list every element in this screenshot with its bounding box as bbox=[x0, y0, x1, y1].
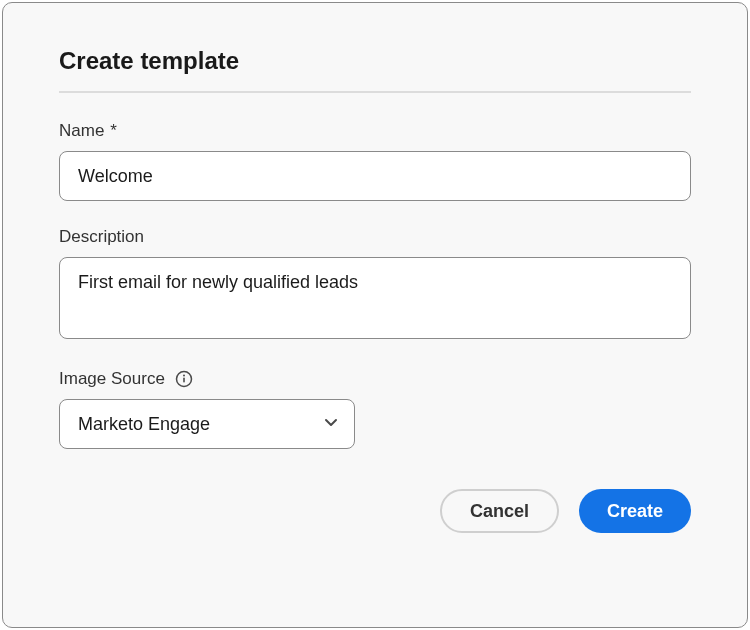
image-source-label-text: Image Source bbox=[59, 369, 165, 389]
name-field: Name * bbox=[59, 121, 691, 201]
description-field: Description bbox=[59, 227, 691, 343]
image-source-select[interactable]: Marketo Engage bbox=[59, 399, 355, 449]
info-icon[interactable] bbox=[175, 370, 193, 388]
description-label: Description bbox=[59, 227, 691, 247]
button-row: Cancel Create bbox=[59, 489, 691, 533]
name-label-text: Name bbox=[59, 121, 104, 141]
description-label-text: Description bbox=[59, 227, 144, 247]
image-source-select-wrapper: Marketo Engage bbox=[59, 399, 355, 449]
image-source-label: Image Source bbox=[59, 369, 691, 389]
name-label: Name * bbox=[59, 121, 691, 141]
dialog-title: Create template bbox=[59, 47, 691, 75]
image-source-selected-value: Marketo Engage bbox=[78, 414, 210, 435]
svg-rect-2 bbox=[183, 378, 185, 383]
divider bbox=[59, 91, 691, 93]
description-input[interactable] bbox=[59, 257, 691, 339]
required-marker: * bbox=[110, 121, 117, 141]
name-input[interactable] bbox=[59, 151, 691, 201]
image-source-field: Image Source Marketo Engage bbox=[59, 369, 691, 449]
create-button[interactable]: Create bbox=[579, 489, 691, 533]
svg-point-1 bbox=[183, 375, 185, 377]
create-template-dialog: Create template Name * Description Image… bbox=[2, 2, 748, 628]
cancel-button[interactable]: Cancel bbox=[440, 489, 559, 533]
